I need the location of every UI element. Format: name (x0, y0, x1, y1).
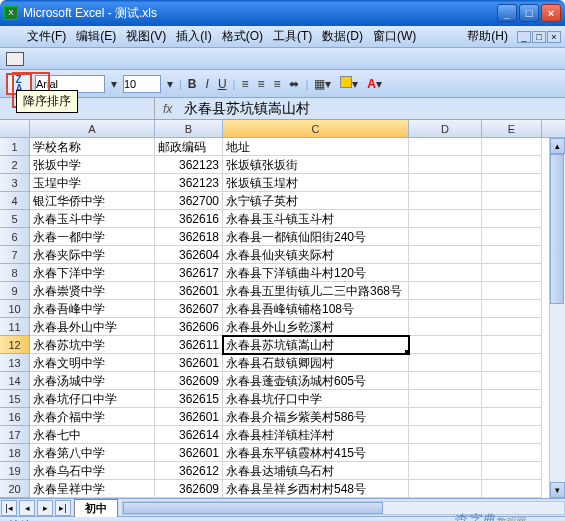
cell[interactable]: 永春吾峰中学 (30, 300, 155, 318)
cell[interactable] (482, 210, 542, 228)
menu-help[interactable]: 帮助(H) (462, 26, 513, 47)
merge-button[interactable]: ⬌ (286, 77, 302, 91)
cell[interactable] (482, 138, 542, 156)
cell[interactable]: 362609 (155, 480, 223, 498)
row-header[interactable]: 11 (0, 318, 30, 336)
cell[interactable] (482, 318, 542, 336)
cell[interactable] (409, 462, 482, 480)
cell[interactable] (409, 138, 482, 156)
cell[interactable] (409, 426, 482, 444)
row-header[interactable]: 19 (0, 462, 30, 480)
cell[interactable] (409, 210, 482, 228)
menu-insert[interactable]: 插入(I) (171, 26, 216, 47)
row-header[interactable]: 6 (0, 228, 30, 246)
cell[interactable]: 362601 (155, 444, 223, 462)
cell[interactable]: 永春坑仔口中学 (30, 390, 155, 408)
cell[interactable]: 永春县介福乡紫美村586号 (223, 408, 409, 426)
cell[interactable]: 永春七中 (30, 426, 155, 444)
cell[interactable]: 永春下洋中学 (30, 264, 155, 282)
doc-minimize-button[interactable]: _ (517, 31, 531, 43)
cell[interactable]: 永春县玉斗镇玉斗村 (223, 210, 409, 228)
align-right-button[interactable]: ≡ (270, 77, 283, 91)
cell[interactable] (409, 282, 482, 300)
cell[interactable]: 362618 (155, 228, 223, 246)
fx-button[interactable]: fx (155, 102, 180, 116)
cell[interactable] (409, 174, 482, 192)
cell[interactable] (482, 408, 542, 426)
cell[interactable] (409, 354, 482, 372)
cell[interactable] (482, 426, 542, 444)
scroll-down-button[interactable]: ▾ (550, 482, 565, 498)
row-header[interactable]: 2 (0, 156, 30, 174)
row-header[interactable]: 4 (0, 192, 30, 210)
cell[interactable] (482, 390, 542, 408)
cell[interactable]: 地址 (223, 138, 409, 156)
font-size-select[interactable] (123, 75, 161, 93)
cell[interactable]: 永春县桂洋镇桂洋村 (223, 426, 409, 444)
cell[interactable]: 永春县外山乡乾溪村 (223, 318, 409, 336)
col-header-E[interactable]: E (482, 120, 542, 137)
menu-data[interactable]: 数据(D) (317, 26, 368, 47)
cell[interactable] (482, 174, 542, 192)
cell[interactable] (409, 300, 482, 318)
row-header[interactable]: 12 (0, 336, 30, 354)
cell[interactable] (409, 372, 482, 390)
cell[interactable] (482, 246, 542, 264)
cell[interactable]: 永春县五里街镇儿二三中路368号 (223, 282, 409, 300)
col-header-C[interactable]: C (223, 120, 409, 137)
col-header-A[interactable]: A (30, 120, 155, 137)
font-color-button[interactable]: A▾ (364, 77, 385, 91)
cell[interactable] (409, 390, 482, 408)
cell[interactable]: 永春呈祥中学 (30, 480, 155, 498)
cell[interactable]: 永春第八中学 (30, 444, 155, 462)
cell[interactable]: 永春崇贤中学 (30, 282, 155, 300)
cell[interactable]: 永春县下洋镇曲斗村120号 (223, 264, 409, 282)
cell[interactable]: 362601 (155, 408, 223, 426)
cell[interactable]: 362615 (155, 390, 223, 408)
row-header[interactable]: 20 (0, 480, 30, 498)
cell[interactable] (409, 192, 482, 210)
menu-window[interactable]: 窗口(W) (368, 26, 421, 47)
align-left-button[interactable]: ≡ (238, 77, 251, 91)
menu-view[interactable]: 视图(V) (121, 26, 171, 47)
italic-button[interactable]: I (203, 77, 212, 91)
menu-edit[interactable]: 编辑(E) (71, 26, 121, 47)
cell[interactable]: 永春介福中学 (30, 408, 155, 426)
scroll-up-button[interactable]: ▴ (550, 138, 565, 154)
cell[interactable]: 学校名称 (30, 138, 155, 156)
tab-nav-last[interactable]: ▸| (55, 500, 71, 516)
cell[interactable]: 永春县石鼓镇卿园村 (223, 354, 409, 372)
cell[interactable] (482, 156, 542, 174)
font-dropdown-icon[interactable]: ▾ (108, 77, 120, 91)
col-header-D[interactable]: D (409, 120, 482, 137)
cell[interactable]: 永春县坑仔口中学 (223, 390, 409, 408)
cell[interactable]: 永春县一都镇仙阳街240号 (223, 228, 409, 246)
col-header-B[interactable]: B (155, 120, 223, 137)
row-header[interactable]: 3 (0, 174, 30, 192)
row-header[interactable]: 13 (0, 354, 30, 372)
close-button[interactable]: × (541, 4, 561, 22)
select-all-corner[interactable] (0, 120, 30, 137)
menu-tools[interactable]: 工具(T) (268, 26, 317, 47)
cell[interactable]: 永春汤城中学 (30, 372, 155, 390)
cell[interactable] (409, 156, 482, 174)
menu-format[interactable]: 格式(O) (217, 26, 268, 47)
cell[interactable]: 永春县外山中学 (30, 318, 155, 336)
row-header[interactable]: 16 (0, 408, 30, 426)
tab-nav-next[interactable]: ▸ (37, 500, 53, 516)
row-header[interactable]: 17 (0, 426, 30, 444)
cell[interactable] (482, 192, 542, 210)
minimize-button[interactable]: _ (497, 4, 517, 22)
maximize-button[interactable]: □ (519, 4, 539, 22)
row-header[interactable]: 1 (0, 138, 30, 156)
cell[interactable]: 永春夹际中学 (30, 246, 155, 264)
doc-close-button[interactable]: × (547, 31, 561, 43)
cell[interactable]: 永春县苏坑镇嵩山村 (223, 336, 409, 354)
cell[interactable]: 永春乌石中学 (30, 462, 155, 480)
cell[interactable]: 永春县呈祥乡西村村548号 (223, 480, 409, 498)
cell[interactable]: 永春文明中学 (30, 354, 155, 372)
vertical-scrollbar[interactable]: ▴ ▾ (549, 138, 565, 498)
hscroll-thumb[interactable] (123, 502, 383, 514)
cell[interactable]: 张坂镇张坂街 (223, 156, 409, 174)
size-dropdown-icon[interactable]: ▾ (164, 77, 176, 91)
